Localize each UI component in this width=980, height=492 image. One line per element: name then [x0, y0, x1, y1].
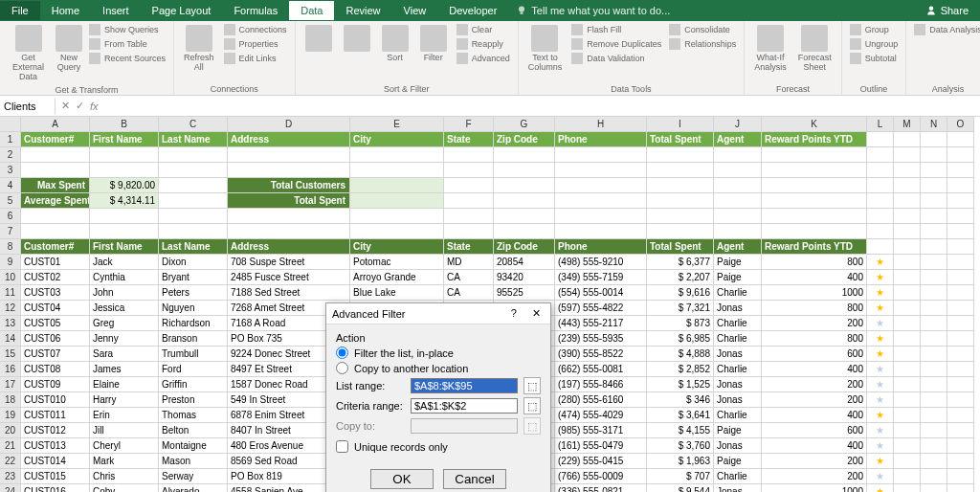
cell[interactable] [228, 209, 350, 224]
data-cell[interactable]: $ 2,207 [647, 270, 714, 285]
remove-duplicates[interactable]: Remove Duplicates [569, 37, 663, 51]
sort[interactable]: Sort [378, 23, 412, 65]
data-cell[interactable]: Jonas [714, 347, 762, 362]
cell[interactable] [921, 163, 947, 178]
ok-button[interactable]: OK [370, 469, 434, 489]
cancel-icon[interactable]: ✕ [61, 100, 70, 112]
cell[interactable] [867, 193, 894, 209]
data-cell[interactable]: $ 3,641 [647, 408, 714, 423]
tab-developer[interactable]: Developer [437, 1, 508, 20]
cell[interactable] [90, 209, 159, 224]
col-I[interactable]: I [647, 117, 714, 132]
data-cell[interactable]: 200 [762, 377, 867, 392]
data-cell[interactable]: $ 4,888 [647, 347, 714, 362]
data-cell[interactable]: CUST016 [21, 484, 90, 492]
data-cell[interactable]: $ 707 [647, 469, 714, 484]
group[interactable]: Group [848, 23, 901, 36]
data-cell[interactable]: CUST08 [21, 362, 90, 377]
row-18[interactable]: 18 [0, 392, 21, 408]
select-all[interactable] [0, 117, 21, 132]
col-J[interactable]: J [714, 117, 762, 132]
data-cell[interactable]: 400 [762, 438, 867, 454]
cell[interactable] [21, 163, 90, 178]
range-picker-icon[interactable]: ⬚ [523, 397, 541, 414]
enter-icon[interactable]: ✓ [76, 100, 84, 112]
cell[interactable] [894, 408, 921, 423]
data-cell[interactable]: Jonas [714, 392, 762, 408]
data-cell[interactable]: Bryant [159, 270, 228, 285]
data-cell[interactable]: James [90, 362, 159, 377]
cell[interactable] [714, 209, 762, 224]
flash-fill[interactable]: Flash Fill [569, 23, 663, 36]
cell[interactable] [921, 438, 947, 454]
consolidate[interactable]: Consolidate [667, 23, 738, 36]
clear[interactable]: Clear [455, 23, 512, 36]
criteria-range-input[interactable] [411, 398, 518, 414]
data-cell[interactable]: $ 9,616 [647, 285, 714, 301]
data-cell[interactable]: (554) 555-0014 [555, 285, 647, 301]
cell[interactable] [894, 423, 921, 438]
data-cell[interactable]: 600 [762, 423, 867, 438]
cell[interactable] [921, 331, 947, 347]
cell[interactable] [90, 147, 159, 163]
data-cell[interactable]: Jonas [714, 301, 762, 316]
cell[interactable] [894, 347, 921, 362]
sort-za[interactable] [340, 23, 374, 56]
row-15[interactable]: 15 [0, 347, 21, 362]
data-cell[interactable]: Richardson [159, 316, 228, 331]
cell[interactable] [647, 178, 714, 193]
sort-az[interactable] [301, 23, 336, 56]
row-9[interactable]: 9 [0, 255, 21, 270]
cell[interactable] [947, 285, 974, 301]
cell[interactable] [921, 285, 947, 301]
cell[interactable] [894, 270, 921, 285]
cell[interactable] [762, 163, 867, 178]
data-cell[interactable]: $ 3,760 [647, 438, 714, 454]
cell[interactable] [494, 163, 555, 178]
cell[interactable] [444, 193, 494, 209]
cell[interactable] [894, 178, 921, 193]
data-cell[interactable]: $ 9,544 [647, 484, 714, 492]
data-cell[interactable]: CUST01 [21, 255, 90, 270]
data-cell[interactable]: Jill [90, 423, 159, 438]
data-cell[interactable]: Blue Lake [350, 285, 444, 301]
cell[interactable] [894, 255, 921, 270]
connections[interactable]: Connections [222, 23, 289, 36]
data-cell[interactable]: $ 1,525 [647, 377, 714, 392]
cell[interactable] [714, 193, 762, 209]
show-queries[interactable]: Show Queries [87, 23, 167, 36]
share-button[interactable]: Share [914, 5, 980, 16]
data-cell[interactable]: Thomas [159, 408, 228, 423]
cell[interactable] [921, 484, 947, 492]
cell[interactable] [867, 224, 894, 239]
cell[interactable] [21, 209, 90, 224]
tab-view[interactable]: View [392, 1, 438, 20]
cancel-button[interactable]: Cancel [443, 469, 506, 489]
cell[interactable] [555, 178, 647, 193]
row-10[interactable]: 10 [0, 270, 21, 285]
tell-me[interactable]: Tell me what you want to do... [516, 5, 670, 16]
data-cell[interactable]: Harry [90, 392, 159, 408]
data-cell[interactable]: Belton [159, 423, 228, 438]
col-A[interactable]: A [21, 117, 90, 132]
data-cell[interactable]: (349) 555-7159 [555, 270, 647, 285]
data-cell[interactable]: 200 [762, 469, 867, 484]
cell[interactable] [867, 163, 894, 178]
data-cell[interactable]: MD [444, 255, 494, 270]
properties[interactable]: Properties [222, 37, 289, 51]
data-cell[interactable]: CUST014 [21, 454, 90, 469]
row-23[interactable]: 23 [0, 469, 21, 484]
cell[interactable] [947, 331, 974, 347]
row-12[interactable]: 12 [0, 301, 21, 316]
cell[interactable] [947, 408, 974, 423]
data-cell[interactable]: CUST015 [21, 469, 90, 484]
data-cell[interactable]: Griffin [159, 377, 228, 392]
refresh-all[interactable]: RefreshAll [180, 23, 218, 75]
data-cell[interactable]: CUST06 [21, 331, 90, 347]
data-cell[interactable]: Charlie [714, 285, 762, 301]
cell[interactable] [444, 147, 494, 163]
subtotal[interactable]: Subtotal [848, 52, 901, 65]
cell[interactable] [947, 193, 974, 209]
data-cell[interactable]: Trumbull [159, 347, 228, 362]
data-cell[interactable]: $ 1,963 [647, 454, 714, 469]
